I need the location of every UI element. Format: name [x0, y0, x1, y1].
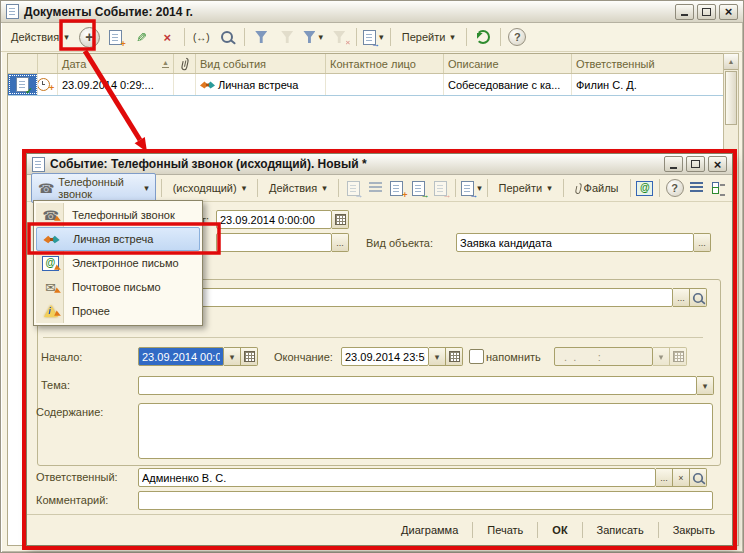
structure-icon — [690, 182, 703, 194]
unpost-button[interactable]: → — [431, 178, 450, 199]
print-form-button[interactable]: → — [461, 178, 482, 199]
responsible-field[interactable] — [138, 468, 656, 487]
menu-item-email[interactable]: @ Электронное письмо — [36, 251, 200, 275]
dialog-help-button[interactable]: ? — [665, 178, 684, 199]
scrollbar-thumb[interactable] — [725, 71, 737, 125]
goto-menu-button[interactable]: Перейти — [396, 28, 461, 46]
add-button[interactable]: + — [78, 27, 101, 48]
handshake-icon — [43, 233, 60, 246]
close-button[interactable] — [719, 4, 738, 20]
dropdown-button[interactable]: ▾ — [697, 376, 714, 395]
maximize-button[interactable] — [697, 4, 716, 20]
row-description-cell[interactable]: Собеседование с ка... — [444, 74, 572, 95]
print-button[interactable]: Печать — [478, 521, 532, 539]
report-structure-button[interactable] — [687, 178, 706, 199]
dropdown-button[interactable]: ▾ — [224, 347, 241, 366]
choose-button[interactable]: ... — [656, 468, 673, 487]
row-date-cell[interactable]: 23.09.2014 0:29:... — [58, 74, 174, 95]
header-date[interactable]: Дата ▲ — [58, 54, 174, 73]
clear-filter-button[interactable]: × — [328, 27, 351, 48]
unpost-icon: → — [434, 181, 447, 196]
delete-button[interactable]: × — [156, 27, 179, 48]
menu-item-personal-meeting[interactable]: Личная встреча — [36, 227, 200, 251]
row-contact-cell[interactable] — [326, 74, 444, 95]
refresh-button[interactable] — [472, 27, 495, 48]
minimize-button[interactable] — [675, 4, 694, 20]
remind-checkbox[interactable] — [469, 349, 484, 364]
header-contact[interactable]: Контактное лицо — [326, 54, 444, 73]
output-list-button[interactable]: → — [362, 27, 385, 48]
choose-button[interactable]: ... — [694, 233, 711, 252]
interval-icon: (↔) — [193, 32, 210, 43]
topic-field[interactable] — [138, 376, 697, 395]
header-flag[interactable] — [38, 54, 58, 73]
orange-arrow-icon — [54, 215, 65, 224]
start-field[interactable] — [138, 347, 224, 366]
menu-item-other[interactable]: i Прочее — [36, 299, 200, 323]
dialog-copy-button[interactable]: + — [388, 178, 407, 199]
row-attachment-cell[interactable] — [174, 74, 196, 95]
event-type-dropdown-button[interactable]: ☎ Телефонный звонок — [31, 173, 156, 203]
header-responsible[interactable]: Ответственный — [572, 54, 722, 73]
separator — [500, 28, 501, 46]
close-button[interactable]: Закрыть — [664, 521, 724, 539]
search-button[interactable] — [690, 288, 707, 307]
write-button[interactable]: → — [344, 178, 363, 199]
ok-button[interactable]: ОК — [543, 521, 576, 539]
row-event-type-cell[interactable]: Личная встреча — [196, 74, 326, 95]
header-attachment[interactable] — [174, 54, 196, 73]
start-label: Начало: — [41, 351, 82, 363]
separator — [338, 179, 339, 197]
dropdown-button[interactable]: ▾ — [429, 347, 446, 366]
edit-button[interactable]: ✎ — [130, 27, 153, 48]
row-flag-cell[interactable]: + — [38, 74, 58, 95]
post-button[interactable]: → — [409, 178, 428, 199]
menu-item-mail-letter[interactable]: ✉ Почтовое письмо — [36, 275, 200, 299]
dialog-maximize-button[interactable] — [686, 156, 705, 172]
comment-label: Комментарий: — [36, 494, 108, 506]
save-button[interactable]: Записать — [588, 521, 653, 539]
filter-settings-button[interactable] — [302, 27, 325, 48]
header-event-type[interactable]: Вид события — [196, 54, 326, 73]
choose-button[interactable]: ... — [673, 288, 690, 307]
search-button[interactable] — [690, 468, 707, 487]
dialog-close-button[interactable] — [708, 156, 727, 172]
base-field[interactable] — [216, 233, 332, 252]
table-row[interactable]: ✓ + 23.09.2014 0:29:... Личная встреча С… — [8, 74, 724, 96]
row-responsible-cell[interactable]: Филин С. Д. — [572, 74, 722, 95]
choose-button[interactable]: ... — [332, 233, 349, 252]
direction-dropdown-button[interactable]: (исходящий) — [167, 179, 252, 197]
filter-button[interactable] — [250, 27, 273, 48]
diagram-button[interactable]: Диаграмма — [392, 521, 467, 539]
object-kind-field[interactable] — [456, 233, 694, 252]
menu-item-phone-call[interactable]: ☎ Телефонный звонок — [36, 203, 200, 227]
calendar-button[interactable] — [241, 347, 258, 366]
responsible-group: ... × — [138, 468, 707, 487]
header-state[interactable] — [8, 54, 38, 73]
help-button[interactable]: ? — [506, 27, 529, 48]
participant-field[interactable] — [141, 288, 673, 307]
dialog-minimize-button[interactable] — [664, 156, 683, 172]
scroll-up-icon[interactable]: ▲ — [724, 54, 738, 70]
set-interval-button[interactable]: (↔) — [190, 27, 213, 48]
reread-button[interactable] — [366, 178, 385, 199]
actions-menu-button[interactable]: Действия — [5, 28, 75, 46]
content-textarea[interactable] — [138, 403, 713, 459]
send-email-button[interactable]: @ — [635, 178, 654, 199]
end-field[interactable] — [341, 347, 429, 366]
dialog-goto-button[interactable]: Перейти — [493, 179, 558, 197]
search-number-button[interactable] — [216, 27, 239, 48]
filter-by-value-button[interactable] — [276, 27, 299, 48]
form-settings-button[interactable] — [709, 178, 728, 199]
clear-button[interactable]: × — [673, 468, 690, 487]
comment-field[interactable] — [138, 491, 713, 510]
row-state-cell[interactable]: ✓ — [8, 74, 38, 95]
header-description[interactable]: Описание — [444, 54, 572, 73]
calendar-button[interactable] — [332, 210, 349, 229]
calendar-button[interactable] — [446, 347, 463, 366]
separator — [466, 28, 467, 46]
doc-date-field[interactable] — [216, 210, 332, 229]
dialog-actions-button[interactable]: Действия — [263, 179, 333, 197]
files-button[interactable]: Файлы — [569, 179, 625, 198]
copy-button[interactable]: + — [104, 27, 127, 48]
